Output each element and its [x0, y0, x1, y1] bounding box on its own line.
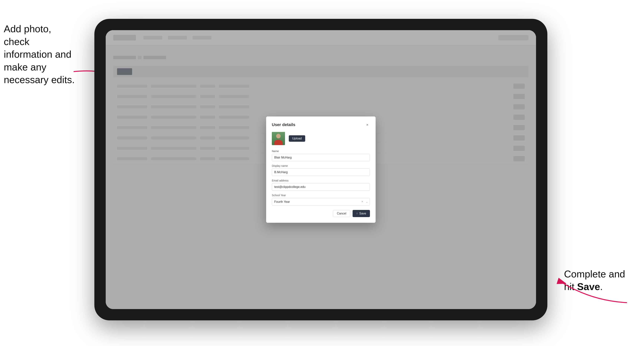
name-input[interactable] [272, 154, 370, 161]
annotation-left-line2: information and [4, 49, 71, 60]
user-details-modal: User details × Upload Name Dis [266, 117, 376, 223]
annotation-left-line3: make any [4, 62, 46, 73]
annotation-left-line1: Add photo, check [4, 23, 51, 47]
cancel-button[interactable]: Cancel [333, 210, 350, 217]
display-name-field-group: Display name [272, 164, 370, 176]
school-year-select-wrapper: Fourth Year First Year Second Year Third… [272, 198, 370, 205]
school-year-label: School Year [272, 194, 370, 197]
photo-section: Upload [272, 132, 370, 145]
modal-close-button[interactable]: × [365, 122, 370, 127]
user-photo [272, 132, 285, 145]
tablet-device: User details × Upload Name Dis [94, 19, 547, 320]
email-input[interactable] [272, 183, 370, 191]
save-icon: ↑ [356, 212, 358, 215]
annotation-left-line4: necessary edits. [4, 74, 75, 85]
name-label: Name [272, 150, 370, 153]
modal-title: User details [272, 122, 296, 127]
name-field-group: Name [272, 150, 370, 161]
email-label: Email address [272, 179, 370, 182]
user-photo-image [272, 132, 285, 145]
annotation-left: Add photo, check information and make an… [4, 23, 76, 86]
select-clear-icon[interactable]: × [362, 200, 363, 203]
tablet-screen: User details × Upload Name Dis [106, 30, 536, 309]
modal-overlay: User details × Upload Name Dis [106, 30, 536, 309]
school-year-field-group: School Year Fourth Year First Year Secon… [272, 194, 370, 205]
school-year-select[interactable]: Fourth Year First Year Second Year Third… [272, 198, 370, 205]
modal-header: User details × [272, 122, 370, 127]
save-button[interactable]: ↑ Save [352, 210, 370, 217]
upload-photo-button[interactable]: Upload [289, 135, 305, 142]
display-name-label: Display name [272, 164, 370, 167]
display-name-input[interactable] [272, 169, 370, 176]
save-button-label: Save [359, 212, 366, 215]
email-field-group: Email address [272, 179, 370, 191]
modal-footer: Cancel ↑ Save [272, 210, 370, 217]
